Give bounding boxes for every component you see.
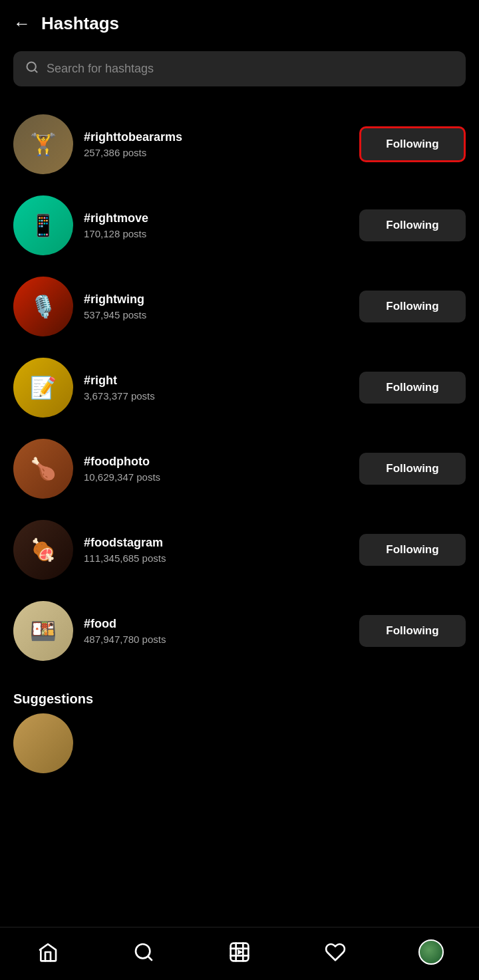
bottom-nav	[0, 927, 479, 980]
hashtag-name: #food	[84, 617, 349, 631]
suggestions-label: Suggestions	[0, 678, 479, 713]
hashtag-name: #foodstagram	[84, 536, 349, 550]
hashtag-avatar: 📱	[13, 195, 73, 255]
hashtag-posts: 257,386 posts	[84, 147, 349, 158]
hashtag-avatar: 📝	[13, 358, 73, 418]
hashtag-posts: 537,945 posts	[84, 309, 349, 320]
search-container: Search for hashtags	[0, 41, 479, 97]
hashtag-avatar: 🎙️	[13, 277, 73, 336]
following-button[interactable]: Following	[359, 615, 466, 647]
profile-avatar	[418, 939, 444, 965]
hashtag-avatar: 🍱	[13, 601, 73, 661]
hashtag-posts: 3,673,377 posts	[84, 390, 349, 402]
hashtag-item: 🏋️ #righttobeararms 257,386 posts Follow…	[0, 104, 479, 185]
hashtag-posts: 10,629,347 posts	[84, 471, 349, 483]
hashtag-item: 🍖 #foodstagram 111,345,685 posts Followi…	[0, 509, 479, 590]
hashtag-item: 🍱 #food 487,947,780 posts Following	[0, 590, 479, 672]
following-button[interactable]: Following	[359, 209, 466, 241]
hashtag-posts: 111,345,685 posts	[84, 552, 349, 564]
hashtag-info: #right 3,673,377 posts	[84, 374, 349, 402]
hashtag-avatar: 🍖	[13, 520, 73, 580]
following-button[interactable]: Following	[359, 291, 466, 322]
svg-line-3	[148, 956, 152, 960]
following-button[interactable]: Following	[359, 453, 466, 485]
svg-line-1	[35, 70, 37, 72]
hashtag-name: #rightmove	[84, 211, 349, 225]
hashtag-info: #righttobeararms 257,386 posts	[84, 130, 349, 158]
search-placeholder: Search for hashtags	[47, 62, 154, 76]
following-button[interactable]: Following	[359, 372, 466, 404]
nav-likes[interactable]	[322, 939, 349, 965]
hashtag-avatar: 🏋️	[13, 114, 73, 174]
hashtag-posts: 170,128 posts	[84, 228, 349, 239]
search-bar[interactable]: Search for hashtags	[13, 51, 466, 86]
hashtag-item: 📱 #rightmove 170,128 posts Following	[0, 185, 479, 266]
hashtag-item: 🍗 #foodphoto 10,629,347 posts Following	[0, 428, 479, 509]
following-button[interactable]: Following	[359, 126, 466, 162]
hashtag-name: #foodphoto	[84, 455, 349, 469]
search-icon	[25, 61, 39, 77]
hashtag-posts: 487,947,780 posts	[84, 634, 349, 645]
suggestions-preview	[0, 713, 479, 787]
hashtag-list: 🏋️ #righttobeararms 257,386 posts Follow…	[0, 97, 479, 678]
hashtag-item: 📝 #right 3,673,377 posts Following	[0, 347, 479, 428]
hashtag-info: #food 487,947,780 posts	[84, 617, 349, 645]
nav-profile[interactable]	[418, 939, 444, 965]
hashtag-info: #foodphoto 10,629,347 posts	[84, 455, 349, 483]
hashtag-info: #rightmove 170,128 posts	[84, 211, 349, 239]
following-button[interactable]: Following	[359, 534, 466, 566]
hashtag-info: #foodstagram 111,345,685 posts	[84, 536, 349, 564]
hashtag-info: #rightwing 537,945 posts	[84, 293, 349, 320]
hashtag-avatar: 🍗	[13, 439, 73, 499]
hashtag-name: #righttobeararms	[84, 130, 349, 144]
nav-reels[interactable]	[226, 939, 253, 965]
hashtag-name: #rightwing	[84, 293, 349, 306]
back-button[interactable]: ←	[13, 13, 31, 34]
nav-home[interactable]	[35, 939, 61, 965]
hashtag-name: #right	[84, 374, 349, 388]
hashtag-item: 🎙️ #rightwing 537,945 posts Following	[0, 266, 479, 347]
page-title: Hashtags	[41, 13, 119, 34]
nav-search[interactable]	[130, 939, 157, 965]
suggestion-avatar	[13, 713, 73, 773]
page-header: ← Hashtags	[0, 0, 479, 41]
